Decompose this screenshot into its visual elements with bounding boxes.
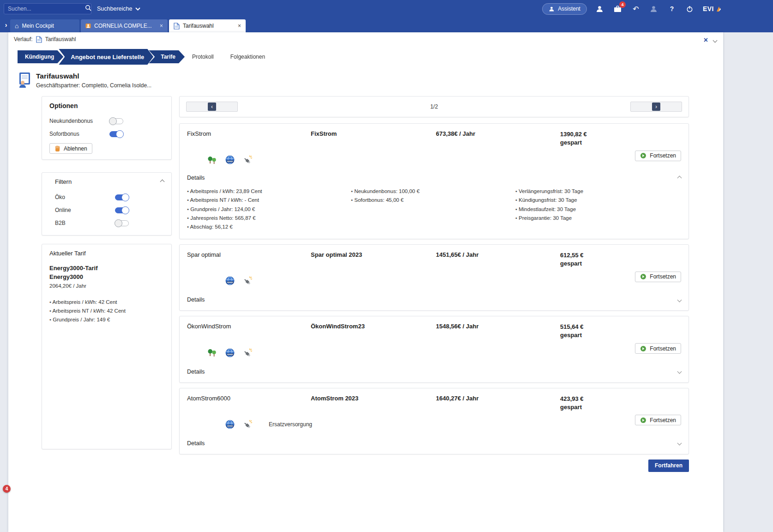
document-icon (36, 36, 42, 43)
tariff-price: 673,38€ / Jahr (436, 130, 560, 147)
tariff-product: ÖkonWindStrom23 (311, 323, 436, 339)
step-label: Protokoll (192, 54, 214, 60)
notification-badge: 4 (619, 1, 626, 8)
ersatzversorgung-label: Ersatzversorgung (269, 421, 312, 428)
current-tariff-title: Aktueller Tarif (49, 250, 164, 257)
details-toggle[interactable]: Details (187, 296, 205, 303)
global-search[interactable] (4, 3, 91, 14)
fortsetzen-label: Fortsetzen (650, 152, 676, 159)
expand-card-chevron-icon[interactable] (677, 369, 682, 374)
tariff-saved: 423,93 €gespart (560, 395, 584, 411)
online-globe-icon: WWW (225, 348, 243, 357)
briefcase-icon[interactable]: 4 (613, 4, 623, 14)
sofortbonus-toggle[interactable] (109, 131, 123, 137)
b2b-toggle[interactable] (115, 220, 129, 226)
history-row: Verlauf: Tarifauswahl (8, 32, 723, 46)
fortfahren-button[interactable]: Fortfahren (648, 459, 689, 472)
tariff-feature-icons: WWW (187, 276, 560, 285)
online-globe-icon: WWW (225, 276, 243, 285)
fortsetzen-button[interactable]: Fortsetzen (635, 151, 681, 161)
brand-mark-icon (716, 6, 721, 12)
tab-overflow-chevron-icon[interactable] (2, 21, 10, 29)
bonus-details: Neukundenbonus: 100,00 €Sofortbonus: 45,… (351, 187, 515, 231)
tariff-card-atomstrom: AtomStrom6000 AtomStrom 2023 1640,27€ / … (179, 388, 689, 454)
next-page-button[interactable] (630, 102, 682, 112)
close-tab-icon[interactable] (160, 23, 163, 29)
current-tariff-details: Arbeitspreis / kWh: 42 CentArbeitspreis … (49, 298, 164, 324)
continue-icon (640, 273, 646, 280)
user-icon[interactable] (595, 4, 605, 14)
tab-tarifauswahl[interactable]: Tarifauswahl (169, 19, 246, 32)
wizard-step-protokoll[interactable]: Protokoll (180, 50, 223, 63)
tariff-feature-icons: WWW (187, 348, 560, 357)
step-label: Kündigung (25, 54, 54, 60)
options-panel: Optionen Neukundenbonus Sofortbonus Able… (42, 96, 172, 160)
page-header: Tarifauswahl Geschäftspartner: Completto… (8, 68, 723, 91)
step-label: Folgeaktionen (230, 54, 265, 60)
undo-arrow-icon[interactable] (631, 4, 641, 14)
tariff-card-fixstrom: FixStrom FixStrom 673,38€ / Jahr 1390,82… (179, 123, 689, 239)
wizard-step-angebot[interactable]: Angebot neue Lieferstelle (59, 49, 153, 65)
assistant-button[interactable]: Assistent (542, 3, 587, 15)
contact-icon (85, 23, 91, 29)
online-globe-icon: WWW (225, 420, 243, 429)
details-toggle[interactable]: Details (187, 369, 205, 375)
history-item[interactable]: Tarifauswahl (45, 36, 76, 42)
tab-label: Mein Cockpit (22, 23, 54, 29)
plug-icon (243, 420, 260, 429)
toggle-knob (116, 130, 124, 138)
fortsetzen-label: Fortsetzen (650, 417, 676, 423)
ablehnen-label: Ablehnen (64, 145, 87, 152)
wizard-step-kuendigung[interactable]: Kündigung (18, 50, 63, 63)
tariff-saved: 612,55 €gespart (560, 251, 584, 268)
fortsetzen-button[interactable]: Fortsetzen (635, 415, 681, 425)
tariff-name: FixStrom (187, 130, 311, 147)
collapse-filter-chevron-icon[interactable] (160, 180, 165, 184)
page-title: Tarifauswahl (36, 72, 151, 80)
floating-notification-badge[interactable]: 4 (3, 485, 11, 493)
expand-card-chevron-icon[interactable] (677, 297, 682, 302)
help-icon[interactable]: ? (667, 4, 677, 14)
wizard-step-tarife[interactable]: Tarife (149, 50, 185, 63)
details-toggle[interactable]: Details (187, 440, 205, 447)
tariff-product: Spar optimal 2023 (311, 251, 436, 268)
power-icon[interactable] (685, 4, 695, 14)
oeko-toggle[interactable] (115, 194, 129, 200)
assistant-icon (549, 6, 555, 12)
tab-label: Tarifauswahl (183, 23, 214, 29)
search-scope-dropdown[interactable]: Suchbereiche (97, 6, 140, 12)
expand-card-chevron-icon[interactable] (677, 441, 682, 446)
search-icon[interactable] (85, 5, 91, 13)
page-indicator: 1/2 (238, 103, 630, 110)
collapse-card-chevron-icon[interactable] (677, 175, 682, 180)
tariff-saved: 515,64 €gespart (560, 323, 584, 339)
user-switch-icon[interactable] (649, 4, 659, 14)
tab-mein-cockpit[interactable]: Mein Cockpit (10, 19, 79, 32)
fortsetzen-button[interactable]: Fortsetzen (635, 343, 681, 354)
chevron-left-icon (208, 103, 216, 111)
tab-cornelia[interactable]: CORNELIA COMPLE... (81, 19, 168, 32)
tariff-product: AtomStrom 2023 (311, 395, 436, 411)
collapse-panel-chevron-icon[interactable] (713, 38, 718, 42)
chevron-right-icon (652, 103, 660, 111)
document-icon (174, 23, 180, 30)
search-input[interactable] (8, 6, 79, 12)
fortsetzen-button[interactable]: Fortsetzen (635, 272, 681, 282)
tariff-price: 1548,56€ / Jahr (436, 323, 560, 339)
toggle-knob (121, 193, 129, 201)
plug-icon (243, 155, 260, 164)
close-panel-icon[interactable] (704, 36, 708, 44)
svg-text:WWW: WWW (227, 353, 233, 356)
prev-page-button[interactable] (186, 102, 238, 112)
neukundenbonus-toggle[interactable] (109, 118, 123, 124)
close-tab-icon[interactable] (238, 23, 241, 29)
details-toggle[interactable]: Details (187, 175, 205, 181)
page-subtitle: Geschäftspartner: Completto, Cornelia Is… (36, 82, 151, 89)
b2b-label: B2B (55, 220, 115, 226)
hand-stop-icon (54, 145, 60, 152)
ablehnen-button[interactable]: Ablehnen (49, 143, 92, 154)
wizard-step-folgeaktionen[interactable]: Folgeaktionen (218, 50, 274, 63)
neukundenbonus-label: Neukundenbonus (49, 118, 109, 124)
sofortbonus-label: Sofortbonus (49, 131, 109, 137)
online-toggle[interactable] (115, 207, 129, 213)
